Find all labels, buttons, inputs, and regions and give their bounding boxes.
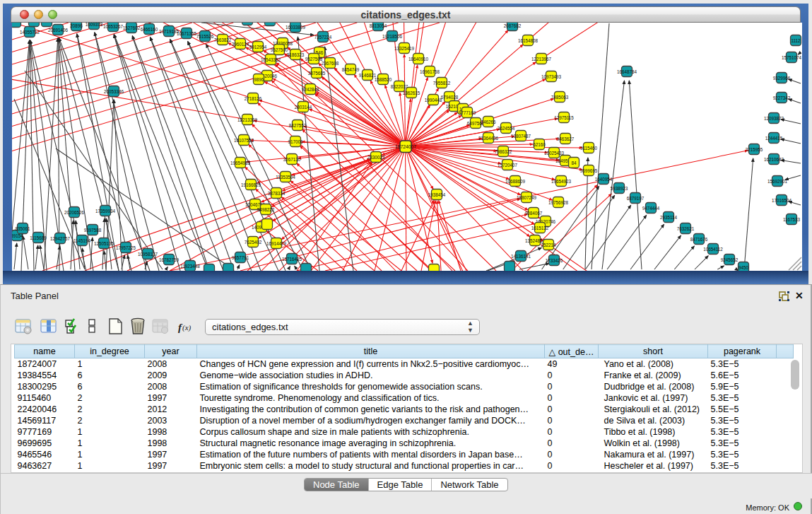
svg-text:9242848: 9242848 xyxy=(302,87,319,92)
svg-text:19756928: 19756928 xyxy=(548,200,569,205)
svg-text:1145194: 1145194 xyxy=(73,238,91,243)
svg-text:6794028: 6794028 xyxy=(441,95,459,100)
svg-text:13325419: 13325419 xyxy=(394,46,415,51)
svg-text:2803144: 2803144 xyxy=(295,105,312,110)
svg-text:16154808: 16154808 xyxy=(518,38,539,43)
svg-text:1615132: 1615132 xyxy=(531,226,549,230)
svg-text:252214: 252214 xyxy=(541,243,556,247)
svg-text:2718126: 2718126 xyxy=(245,96,262,101)
svg-text:18807249: 18807249 xyxy=(517,195,537,200)
svg-text:917006: 917006 xyxy=(288,139,303,144)
svg-text:2935114: 2935114 xyxy=(660,215,678,220)
svg-text:3267130: 3267130 xyxy=(283,157,301,162)
svg-text:6879197: 6879197 xyxy=(627,196,645,201)
svg-text:(x): (x) xyxy=(182,323,192,332)
svg-text:16961758: 16961758 xyxy=(420,69,440,74)
svg-text:3215955: 3215955 xyxy=(746,147,763,152)
svg-text:1640954: 1640954 xyxy=(595,177,613,182)
svg-text:16914479: 16914479 xyxy=(266,241,287,246)
svg-text:9397588: 9397588 xyxy=(84,228,102,233)
svg-text:21364436: 21364436 xyxy=(478,136,499,141)
svg-text:20206526: 20206526 xyxy=(64,210,85,215)
svg-text:9527500: 9527500 xyxy=(271,47,288,52)
svg-text:62160: 62160 xyxy=(533,142,546,147)
svg-text:1588520: 1588520 xyxy=(375,77,392,82)
svg-text:10025433: 10025433 xyxy=(544,151,565,156)
svg-text:3960124: 3960124 xyxy=(232,42,249,47)
svg-text:20053346: 20053346 xyxy=(104,89,124,94)
svg-text:16648784: 16648784 xyxy=(617,69,637,74)
svg-text:8322037: 8322037 xyxy=(391,84,408,89)
svg-text:19218506: 19218506 xyxy=(382,34,403,39)
svg-text:1244415: 1244415 xyxy=(765,136,783,141)
svg-text:12505135: 12505135 xyxy=(94,241,114,246)
svg-text:10688609: 10688609 xyxy=(505,179,526,184)
svg-text:17016504: 17016504 xyxy=(772,198,792,203)
svg-text:1112: 1112 xyxy=(791,38,801,43)
svg-text:15692901: 15692901 xyxy=(767,179,788,184)
svg-text:20691406: 20691406 xyxy=(48,28,69,33)
svg-text:1733426: 1733426 xyxy=(546,258,563,263)
svg-text:16671355: 16671355 xyxy=(177,31,197,36)
svg-text:12975115: 12975115 xyxy=(554,115,574,120)
svg-text:17957225: 17957225 xyxy=(116,245,136,250)
svg-text:10973493: 10973493 xyxy=(541,74,562,79)
svg-text:1167533: 1167533 xyxy=(783,217,801,222)
svg-text:18724007: 18724007 xyxy=(395,144,416,149)
svg-text:11923448: 11923448 xyxy=(180,264,200,269)
svg-text:9084067: 9084067 xyxy=(525,211,543,216)
svg-text:9527508: 9527508 xyxy=(305,57,323,62)
svg-text:19166829: 19166829 xyxy=(241,182,261,187)
svg-text:1938454: 1938454 xyxy=(428,192,446,197)
svg-text:7986322: 7986322 xyxy=(495,149,512,154)
svg-text:2367608: 2367608 xyxy=(322,61,339,66)
svg-text:9463627: 9463627 xyxy=(557,136,575,141)
svg-text:15716485: 15716485 xyxy=(282,257,302,262)
svg-text:7955812: 7955812 xyxy=(433,81,451,86)
svg-text:1009378: 1009378 xyxy=(86,23,103,27)
svg-text:1527602: 1527602 xyxy=(123,25,141,30)
svg-text:12942757: 12942757 xyxy=(50,236,71,241)
svg-text:10807487: 10807487 xyxy=(511,134,531,139)
svg-text:16543362: 16543362 xyxy=(261,57,281,62)
svg-text:16210643: 16210643 xyxy=(764,157,784,162)
svg-text:5938923: 5938923 xyxy=(611,186,628,191)
svg-text:835061: 835061 xyxy=(15,226,30,231)
svg-text:16107553: 16107553 xyxy=(234,138,254,143)
svg-text:9699695: 9699695 xyxy=(580,168,598,173)
svg-text:12213967: 12213967 xyxy=(531,57,552,62)
svg-text:10958137: 10958137 xyxy=(138,252,158,257)
svg-text:7485063: 7485063 xyxy=(551,95,569,100)
svg-text:7625402: 7625402 xyxy=(245,240,262,245)
svg-text:19654983: 19654983 xyxy=(230,160,251,165)
svg-text:7663822: 7663822 xyxy=(214,37,232,42)
svg-text:8813054: 8813054 xyxy=(370,23,387,28)
svg-text:14136141: 14136141 xyxy=(511,254,531,259)
svg-text:9450: 9450 xyxy=(739,265,749,270)
svg-text:9777169: 9777169 xyxy=(459,110,476,115)
svg-text:7632621: 7632621 xyxy=(677,226,695,231)
svg-text:16782759: 16782759 xyxy=(159,257,180,262)
svg-text:1990448: 1990448 xyxy=(425,98,442,103)
svg-text:8471676: 8471676 xyxy=(690,237,708,242)
svg-text:11353594: 11353594 xyxy=(276,175,295,180)
svg-text:746266: 746266 xyxy=(481,119,496,124)
svg-text:9227342: 9227342 xyxy=(773,95,791,100)
svg-text:6466160: 6466160 xyxy=(141,27,158,32)
svg-text:1115689: 1115689 xyxy=(30,235,47,240)
svg-text:9245652: 9245652 xyxy=(721,257,739,262)
svg-text:8186323: 8186323 xyxy=(287,52,305,57)
svg-text:7357224: 7357224 xyxy=(314,35,332,40)
svg-text:3875685: 3875685 xyxy=(308,71,326,76)
svg-text:3878334: 3878334 xyxy=(268,191,286,196)
svg-text:2087682: 2087682 xyxy=(504,23,522,28)
svg-text:19654923: 19654923 xyxy=(551,179,572,184)
svg-text:18640910: 18640910 xyxy=(408,57,429,62)
svg-text:15720407: 15720407 xyxy=(498,163,518,168)
svg-text:8454749: 8454749 xyxy=(342,67,360,72)
svg-text:9115460: 9115460 xyxy=(580,146,598,151)
svg-text:9329966: 9329966 xyxy=(773,76,791,81)
svg-text:14055712: 14055712 xyxy=(20,30,40,35)
svg-text:10653267: 10653267 xyxy=(103,24,124,29)
svg-text:10654112: 10654112 xyxy=(703,247,723,252)
